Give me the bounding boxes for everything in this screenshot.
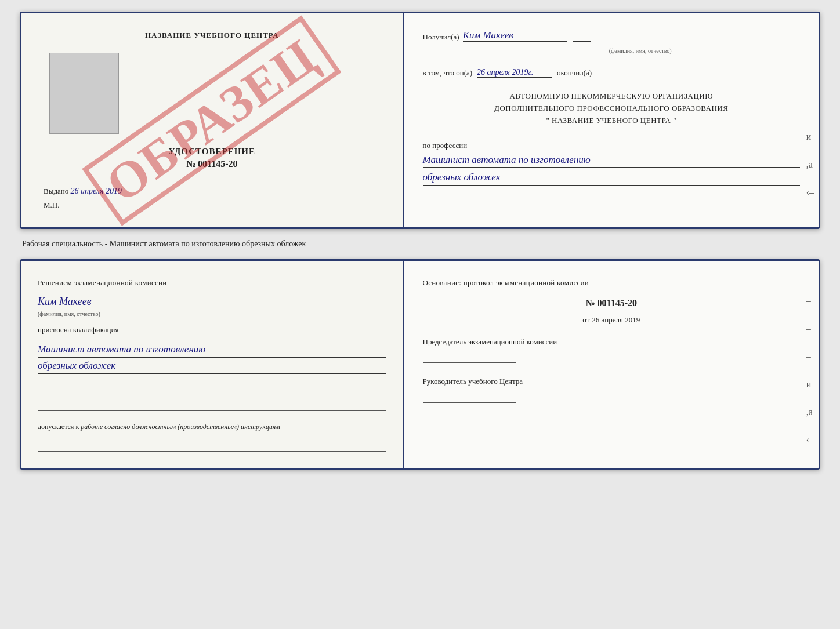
vtom-block: в том, что он(а) 26 апреля 2019г. окончи…: [423, 68, 800, 78]
vydano-label: Выдано: [44, 187, 68, 195]
dash-и: и: [806, 132, 814, 142]
dopuskaetsya-italic: работе согласно должностным (производств…: [81, 423, 280, 431]
dopuskaetsya-block: допускается к работе согласно должностны…: [38, 421, 386, 432]
rukovoditel-block: Руководитель учебного Центра: [423, 376, 800, 403]
certificate-label: УДОСТОВЕРЕНИЕ: [169, 147, 256, 157]
predsedatel-sig-line: [423, 352, 516, 363]
predsedatel-label: Председатель экзаменационной комиссии: [423, 337, 557, 346]
mp-label: М.П.: [38, 201, 59, 210]
blank-line-1: [38, 382, 386, 392]
bdash1: –: [806, 296, 814, 306]
qual-line1: Машинист автомата по изготовлению: [38, 341, 386, 358]
dash1: –: [806, 48, 814, 59]
resheniem-label: Решением экзаменационной комиссии: [38, 277, 386, 289]
school-name-top: НАЗВАНИЕ УЧЕБНОГО ЦЕНТРА: [145, 31, 279, 40]
recipient-name-bottom: Ким Макеев: [38, 296, 386, 308]
org-line3: " НАЗВАНИЕ УЧЕБНОГО ЦЕНТРА ": [423, 115, 800, 127]
photo-placeholder: [49, 53, 119, 134]
dopuskaetsya-label: допускается к: [38, 423, 79, 431]
rukovoditel-sig-line: [423, 392, 516, 403]
prisvoena-label: присвоена квалификация: [38, 325, 386, 335]
fio-subtitle-top: (фамилия, имя, отчество): [423, 48, 800, 54]
top-document: НАЗВАНИЕ УЧЕБНОГО ЦЕНТРА ОБРАЗЕЦ УДОСТОВ…: [20, 12, 820, 229]
profession-line2: обрезных обложек: [423, 170, 800, 186]
bottom-right-dashes: – – – и ,а ‹– – – –: [806, 296, 814, 470]
poluchil-label: Получил(а): [423, 32, 459, 42]
org-line2: ДОПОЛНИТЕЛЬНОГО ПРОФЕССИОНАЛЬНОГО ОБРАЗО…: [423, 103, 800, 115]
bdash2: –: [806, 323, 814, 334]
fio-subtitle-bottom: (фамилия, имя, отчество): [38, 310, 154, 317]
blank-line-2: [38, 401, 386, 411]
qual-line2: обрезных обложек: [38, 358, 386, 374]
osnovanie-label: Основание: протокол экзаменационной коми…: [423, 277, 800, 289]
bottom-blank-line: [38, 441, 386, 452]
bottom-right-panel: Основание: протокол экзаменационной коми…: [404, 261, 819, 468]
rukovoditel-label: Руководитель учебного Центра: [423, 377, 523, 386]
dash3: –: [806, 104, 814, 114]
predsedatel-block: Председатель экзаменационной комиссии: [423, 336, 800, 363]
bdash4: –: [806, 463, 814, 470]
dash-к: ‹–: [806, 187, 814, 198]
bdash3: –: [806, 351, 814, 362]
ot-date-line: от 26 апреля 2019: [423, 315, 800, 325]
issue-date-line: Выдано 26 апреля 2019: [38, 187, 122, 196]
vtom-label: в том, что он(а): [423, 68, 473, 78]
bdash-к: ‹–: [806, 435, 814, 445]
recipient-name-bottom-wrapper: Ким Макеев (фамилия, имя, отчество): [38, 293, 386, 318]
recipient-name-top: Ким Макеев: [463, 30, 567, 42]
dash-а: ,а: [806, 159, 814, 170]
ot-label: от: [582, 315, 589, 325]
profession-line1: Машинист автомата по изготовлению: [423, 152, 800, 168]
top-left-panel: НАЗВАНИЕ УЧЕБНОГО ЦЕНТРА ОБРАЗЕЦ УДОСТОВ…: [21, 13, 404, 227]
dash-after-name: [573, 41, 591, 42]
dash2: –: [806, 76, 814, 86]
right-dashes: – – – и ,а ‹– – – –: [806, 48, 814, 229]
certificate-block: УДОСТОВЕРЕНИЕ № 001145-20: [169, 147, 256, 169]
okonchil-label: окончил(а): [557, 68, 592, 78]
org-line1: АВТОНОМНУЮ НЕКОММЕРЧЕСКУЮ ОРГАНИЗАЦИЮ: [423, 90, 800, 103]
bdash-и: и: [806, 379, 814, 390]
ot-date: 26 апреля 2019: [592, 315, 640, 325]
org-name-block: АВТОНОМНУЮ НЕКОММЕРЧЕСКУЮ ОРГАНИЗАЦИЮ ДО…: [423, 90, 800, 126]
vtom-date: 26 апреля 2019г.: [477, 68, 552, 78]
bdash-а: ,а: [806, 407, 814, 417]
received-block: Получил(а) Ким Макеев: [423, 30, 800, 42]
specialty-separator: Рабочая специальность - Машинист автомат…: [20, 239, 820, 249]
po-professii-label: по профессии: [423, 141, 468, 150]
bottom-left-panel: Решением экзаменационной комиссии Ким Ма…: [21, 261, 404, 468]
vydano-date: 26 апреля 2019: [71, 187, 122, 195]
bottom-document: Решением экзаменационной комиссии Ким Ма…: [20, 259, 820, 470]
top-right-panel: Получил(а) Ким Макеев (фамилия, имя, отч…: [404, 13, 819, 227]
profession-block: по профессии Машинист автомата по изгото…: [423, 141, 800, 186]
protocol-number: № 001145-20: [423, 298, 800, 308]
certificate-number: № 001145-20: [169, 159, 256, 169]
dash4: –: [806, 215, 814, 226]
qualification-block: Машинист автомата по изготовлению обрезн…: [38, 339, 386, 374]
